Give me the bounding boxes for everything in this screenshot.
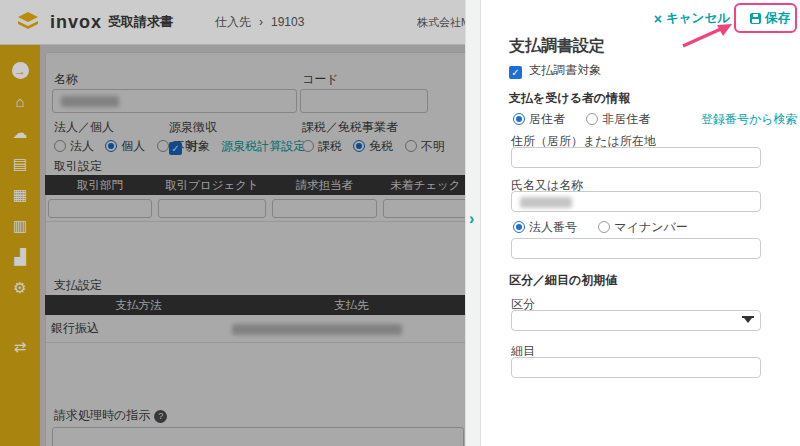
radio-individual[interactable]: 個人 (105, 139, 145, 153)
report-target-checkbox[interactable]: ✓ 支払調書対象 (509, 62, 601, 79)
collapse-icon[interactable]: ⇄ (0, 331, 40, 362)
close-icon: × (654, 11, 662, 27)
col-project: 取引プロジェクト (155, 178, 269, 193)
project-input[interactable] (158, 199, 266, 218)
transaction-section-title: 取引設定 (54, 158, 102, 175)
radio-icon (586, 113, 598, 125)
radio-icon (54, 140, 66, 152)
col-payee: 支払先 (232, 298, 471, 313)
panel-divider: › (465, 0, 480, 446)
breadcrumb-separator: › (259, 15, 263, 29)
address-input[interactable] (511, 147, 761, 168)
app-header: invox 受取請求書 仕入先 › 19103 株式会社M (0, 0, 465, 45)
category-section-title: 区分／細目の初期値 (509, 272, 617, 289)
col-arrival-check: 未着チェック (380, 178, 471, 193)
withholding-label: 源泉徴収 (169, 119, 217, 136)
radio-corporate-number[interactable]: 法人番号 (513, 220, 577, 234)
tax-type-label: 課税／免税事業者 (302, 119, 398, 136)
payment-table-header: 支払方法 支払先 (45, 295, 471, 315)
cancel-button[interactable]: × キャンセル (654, 10, 730, 27)
panel-title: 支払調書設定 (509, 36, 605, 57)
go-icon[interactable]: → (0, 55, 40, 86)
transaction-table-row (45, 195, 471, 222)
panel-actions: × キャンセル 保存 (654, 10, 790, 27)
payment-table: 支払方法 支払先 銀行振込 (45, 295, 471, 343)
tax-type-radio-group: 課税 免税 不明 (302, 138, 453, 155)
radio-selected-icon (513, 113, 525, 125)
col-payment-method: 支払方法 (45, 298, 232, 313)
detail-input[interactable] (511, 357, 761, 378)
radio-non-resident[interactable]: 非居住者 (586, 112, 650, 126)
col-billing-contact: 請求担当者 (269, 178, 380, 193)
radio-tax-unknown[interactable]: 不明 (405, 139, 445, 153)
radio-taxable[interactable]: 課税 (302, 139, 342, 153)
chart-icon[interactable]: ▟ (0, 241, 40, 272)
help-icon[interactable]: ? (154, 410, 167, 423)
breadcrumb: 仕入先 › 19103 (215, 14, 304, 31)
withholding-checkbox[interactable]: ✓対象 (169, 139, 210, 153)
name-input[interactable] (52, 89, 297, 113)
radio-corporate[interactable]: 法人 (54, 139, 94, 153)
category-select[interactable] (511, 310, 761, 331)
settings-icon[interactable]: ⚙ (0, 272, 40, 303)
document-icon[interactable]: ▤ (0, 148, 40, 179)
code-label: コード (302, 71, 339, 88)
payee-name-redacted (520, 197, 572, 208)
transaction-table: 取引部門 取引プロジェクト 請求担当者 未着チェック (45, 175, 471, 222)
supplier-form-card: 名称 コード 法人／個人 法人 個人 不明 源泉徴収 ✓対象 源泉税計算設定 課… (45, 52, 470, 446)
residency-radio-group: 居住者 非居住者 (513, 111, 668, 128)
payee-name-input[interactable] (511, 191, 761, 212)
withholding-tax-settings-link[interactable]: 源泉税計算設定 (221, 139, 305, 153)
arrival-check-input[interactable] (383, 199, 468, 218)
breadcrumb-suppliers[interactable]: 仕入先 (215, 14, 251, 31)
withholding-row: ✓対象 源泉税計算設定 (169, 138, 305, 155)
registration-search-link[interactable]: 登録番号から検索 (701, 111, 798, 128)
invox-logo-icon (16, 10, 40, 34)
radio-my-number[interactable]: マイナンバー (598, 220, 687, 234)
payment-table-row[interactable]: 銀行振込 (45, 315, 471, 343)
checkbox-checked-icon: ✓ (509, 66, 522, 79)
radio-icon (157, 140, 169, 152)
col-department: 取引部門 (45, 178, 155, 193)
department-input[interactable] (48, 199, 152, 218)
radio-selected-icon (353, 140, 365, 152)
radio-tax-exempt[interactable]: 免税 (353, 139, 393, 153)
radio-icon (598, 221, 610, 233)
upload-icon[interactable]: ☁ (0, 117, 40, 148)
radio-selected-icon (513, 221, 525, 233)
payment-section-title: 支払設定 (54, 277, 102, 294)
instruction-input[interactable] (52, 427, 464, 446)
billing-contact-input[interactable] (272, 199, 377, 218)
app-subtitle: 受取請求書 (108, 13, 173, 31)
instruction-label: 請求処理時の指示? (54, 407, 167, 424)
app-title: invox (50, 12, 102, 33)
name-label: 名称 (54, 71, 78, 88)
organization-icon[interactable]: ▦ (0, 179, 40, 210)
company-name: 株式会社M (417, 0, 465, 45)
home-icon[interactable]: ⌂ (0, 86, 40, 117)
code-input[interactable] (300, 89, 428, 113)
number-input[interactable] (511, 238, 761, 259)
name-value-redacted (61, 96, 119, 107)
chevron-right-icon[interactable]: › (469, 210, 474, 228)
radio-resident[interactable]: 居住者 (513, 112, 565, 126)
radio-icon (405, 140, 417, 152)
save-icon (750, 13, 761, 24)
checkbox-checked-icon: ✓ (169, 142, 182, 155)
entity-type-label: 法人／個人 (54, 119, 114, 136)
payee-value-redacted (232, 324, 402, 335)
radio-selected-icon (105, 140, 117, 152)
payment-method-value: 銀行振込 (45, 320, 232, 337)
sidebar: → ⌂ ☁ ▤ ▦ ▥ ▟ ⚙ ⇄ (0, 45, 40, 446)
number-type-radio-group: 法人番号 マイナンバー (513, 219, 706, 236)
export-icon[interactable]: ▥ (0, 210, 40, 241)
payment-report-panel: × キャンセル 保存 支払調書設定 ✓ 支払調書対象 支払を受ける者の情報 居住… (480, 0, 800, 446)
save-button[interactable]: 保存 (750, 10, 790, 27)
breadcrumb-supplier-id: 19103 (271, 15, 304, 29)
app-screen: 名称 コード 法人／個人 法人 個人 不明 源泉徴収 ✓対象 源泉税計算設定 課… (0, 0, 800, 446)
payee-info-section-title: 支払を受ける者の情報 (509, 90, 630, 107)
radio-icon (302, 140, 314, 152)
transaction-table-header: 取引部門 取引プロジェクト 請求担当者 未着チェック (45, 175, 471, 195)
